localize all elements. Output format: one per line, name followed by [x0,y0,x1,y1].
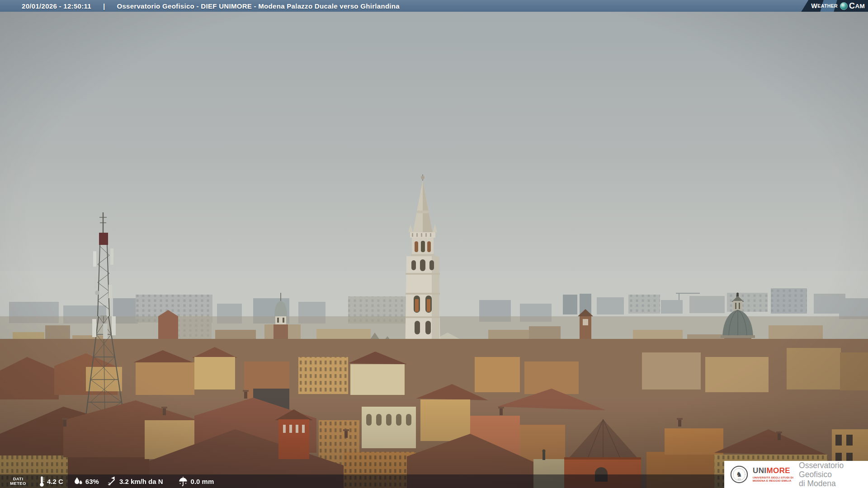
separator: | [103,2,105,10]
atmosphere [0,0,868,488]
wind-value: 3.2 km/h da N [119,478,163,485]
timestamp: 20/01/2026 - 12:50:11 [22,2,91,10]
weathercam-word-cam: C [849,1,855,11]
observatory-name: Osservatorio Geofisico di Modena [799,461,868,488]
unimore-wordmark: UNIMORE UNIVERSITÀ DEGLI STUDI DI MODENA… [753,467,793,482]
svg-text:1175: 1175 [737,479,741,480]
university-subtitle-line2: MODENA E REGGIO EMILIA [753,479,793,482]
thermometer-icon [39,475,45,488]
wind-icon [107,476,117,487]
university-subtitle-line1: UNIVERSITÀ DEGLI STUDI DI [753,476,793,479]
footer-brand[interactable]: ♞ 1175 UNIMORE UNIVERSITÀ DEGLI STUDI DI… [724,461,868,488]
humidity-icon [73,476,83,487]
page-title: Osservatorio Geofisico - DIEF UNIMORE - … [117,2,400,10]
dati-meteo-label: DATI METEO [7,477,29,486]
weathercam-word-weather: W [811,2,817,9]
city-scene [0,0,868,488]
weathercam-logo[interactable]: W EATHER C AM [801,0,868,12]
temperature-value: 4.2 C [47,478,63,485]
umbrella-icon [178,476,189,487]
camera-lens-icon [840,2,848,10]
precipitation-value: 0.0 mm [191,478,214,485]
top-bar: 20/01/2026 - 12:50:11 | Osservatorio Geo… [0,0,868,12]
webcam-frame: 20/01/2026 - 12:50:11 | Osservatorio Geo… [0,0,868,488]
unimore-crest: ♞ 1175 [730,465,748,483]
svg-text:♞: ♞ [736,470,742,479]
humidity-value: 63% [85,478,99,485]
